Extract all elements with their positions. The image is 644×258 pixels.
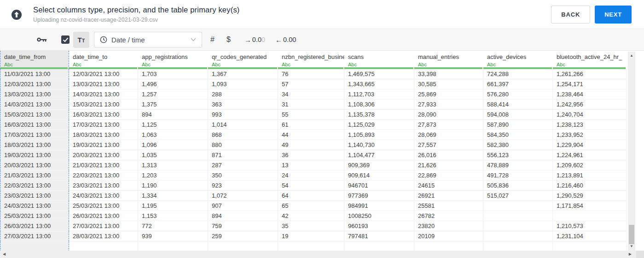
table-row: 24/03/2021 13:0025/03/2021 13:001,195907…: [0, 201, 627, 211]
arrow-left-icon: ←: [275, 36, 282, 44]
table-cell: [483, 241, 553, 252]
table-cell: 23820: [414, 221, 483, 231]
scroll-up-icon[interactable]: ▲: [628, 53, 635, 58]
table-cell: 1,014: [208, 120, 278, 130]
column-header-bluetooth_active_24_hr_[interactable]: bluetooth_active_24_hr_Abc: [553, 51, 627, 69]
table-cell: 21/03/2021 13:00: [0, 170, 69, 181]
decimal-increase-button[interactable]: →0.00: [244, 36, 265, 44]
table-cell: 33,398: [414, 69, 483, 79]
column-name: date_time_to: [73, 53, 138, 60]
table-row: 15/03/2021 13:0016/03/2021 13:0089499355…: [0, 110, 627, 120]
column-header-date_time_to[interactable]: date_time_toAbc: [69, 51, 138, 69]
decimal-decrease-button[interactable]: ←0.00: [275, 36, 296, 44]
table-row: 20/03/2021 13:0021/03/2021 13:001,313287…: [0, 160, 627, 170]
column-type-select[interactable]: Date / time: [94, 32, 202, 47]
table-cell: 26,016: [414, 150, 483, 160]
table-cell: 76: [278, 69, 344, 79]
scroll-right-icon[interactable]: ▶: [629, 251, 632, 258]
table-cell: 1,125,029: [344, 120, 414, 130]
table-cell: 1,125: [138, 120, 208, 130]
table-cell: 27/03/2021 13:00: [69, 221, 138, 231]
table-cell: 26/03/2021 13:00: [69, 211, 138, 221]
table-cell: 27,933: [414, 100, 483, 110]
column-header-nzbn_registered_busine[interactable]: nzbn_registered_busineAbc: [278, 51, 344, 69]
table-cell: 54: [278, 181, 344, 191]
table-cell: 556,123: [483, 150, 553, 160]
table-row: 27/03/2021 13:0028/03/2021 13:0093925919…: [0, 231, 627, 241]
table-cell: 19: [278, 231, 344, 241]
scroll-left-icon[interactable]: ◀: [3, 251, 6, 258]
table-cell: 661,397: [483, 79, 553, 89]
table-row: 25/03/2021 13:0026/03/2021 13:001,153894…: [0, 211, 627, 221]
table-cell: [344, 241, 414, 252]
column-header-scans[interactable]: scansAbc: [344, 51, 414, 69]
arrow-right-icon: →: [244, 36, 251, 44]
table-cell: 25,869: [414, 89, 483, 100]
table-row: 21/03/2021 13:0022/03/2021 13:001,203350…: [0, 170, 627, 181]
table-row: 13/03/2021 13:0014/03/2021 13:001,257288…: [0, 89, 627, 100]
include-column-checkbox[interactable]: [61, 35, 70, 44]
column-type-badge: Abc: [348, 62, 414, 67]
table-cell: 1,375: [138, 100, 208, 110]
page-title: Select columns type, precision, and the …: [33, 6, 240, 14]
next-button[interactable]: NEXT: [595, 6, 632, 23]
table-cell: 24: [278, 170, 344, 181]
table-cell: 894: [138, 110, 208, 120]
scroll-down-icon[interactable]: ▼: [628, 244, 635, 249]
table-cell: 907: [208, 201, 278, 211]
table-cell: 868: [208, 130, 278, 140]
column-type-badge: Abc: [4, 62, 69, 67]
horizontal-scrollbar[interactable]: ◀ ▶: [0, 251, 636, 258]
table-cell: 871: [208, 150, 278, 160]
vertical-scrollbar[interactable]: ▲ ▼: [628, 52, 635, 251]
table-cell: 1,093: [208, 79, 278, 89]
table-cell: 24/03/2021 13:00: [69, 191, 138, 201]
table-cell: 16/03/2021 13:00: [0, 120, 69, 130]
table-cell: 20109: [414, 231, 483, 241]
table-cell: [483, 201, 553, 211]
column-type-badge: Abc: [487, 62, 553, 67]
table-cell: 26782: [414, 211, 483, 221]
table-cell: 478,889: [483, 160, 553, 170]
column-header-date_time_from[interactable]: date_time_fromAbc: [0, 51, 69, 69]
text-type-button[interactable]: Tt: [73, 32, 89, 48]
table-cell: 1,096: [138, 140, 208, 150]
table-cell: 724,288: [483, 69, 553, 79]
number-type-button[interactable]: #: [210, 35, 215, 44]
vertical-scrollbar-thumb[interactable]: [629, 225, 634, 244]
table-cell: 582,380: [483, 140, 553, 150]
column-name: bluetooth_active_24_hr_: [557, 53, 627, 60]
table-cell: 1,213,891: [553, 170, 627, 181]
primary-key-icon[interactable]: [37, 36, 47, 43]
table-cell: 27,557: [414, 140, 483, 150]
table-cell: [483, 221, 553, 231]
table-cell: 1,334: [138, 191, 208, 201]
table-cell: 1,209,602: [553, 160, 627, 170]
table-cell: 13/03/2021 13:00: [0, 89, 69, 100]
table-cell: 27/03/2021 13:00: [0, 231, 69, 241]
table-cell: [414, 241, 483, 252]
table-row: 22/03/2021 13:0023/03/2021 13:001,190923…: [0, 181, 627, 191]
table-cell: 26921: [414, 191, 483, 201]
table-cell: 923: [208, 181, 278, 191]
back-button[interactable]: BACK: [551, 6, 590, 23]
column-header-qr_codes_generated[interactable]: qr_codes_generatedAbc: [208, 51, 278, 69]
table-cell: 27,873: [414, 120, 483, 130]
column-header-manual_entries[interactable]: manual_entriesAbc: [414, 51, 483, 69]
table-cell: 31: [278, 100, 344, 110]
table-cell: 1,224,961: [553, 150, 627, 160]
table-cell: 259: [208, 231, 278, 241]
column-name: manual_entries: [418, 53, 483, 60]
currency-type-button[interactable]: $: [226, 35, 231, 44]
table-cell: 1,216,460: [553, 181, 627, 191]
column-type-toolbar: Tt Date / time # $ →0.00 ←0.00: [0, 29, 644, 51]
table-cell: 759: [208, 221, 278, 231]
column-header-app_registrations[interactable]: app_registrationsAbc: [138, 51, 208, 69]
table-cell: 19/03/2021 13:00: [69, 140, 138, 150]
column-header-active_devices[interactable]: active_devicesAbc: [483, 51, 553, 69]
table-cell: 984991: [344, 201, 414, 211]
csv-preview-table: date_time_fromAbcdate_time_toAbcapp_regi…: [0, 51, 627, 258]
chevron-down-icon: [191, 38, 196, 41]
table-cell: 288: [208, 89, 278, 100]
table-cell: 576,280: [483, 89, 553, 100]
